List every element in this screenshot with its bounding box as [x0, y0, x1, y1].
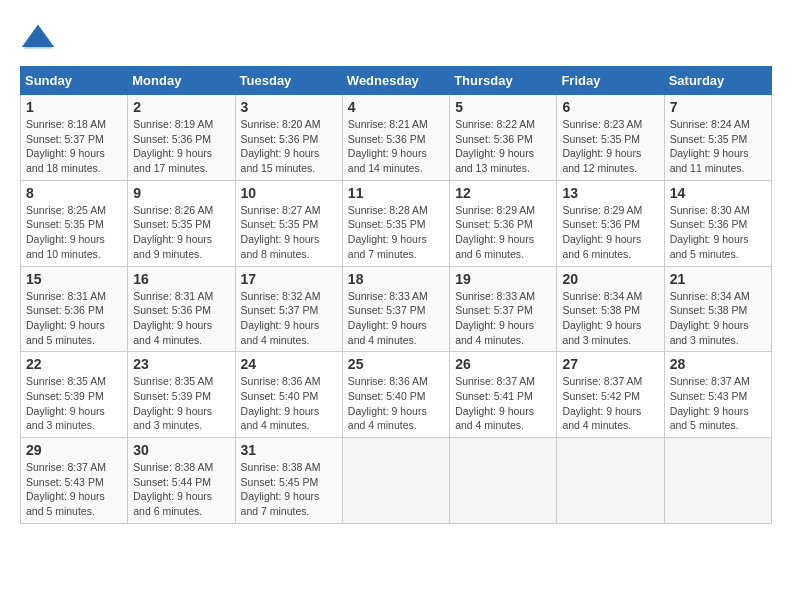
day-info: Sunrise: 8:29 AM Sunset: 5:36 PM Dayligh…	[562, 203, 658, 262]
calendar-day: 26 Sunrise: 8:37 AM Sunset: 5:41 PM Dayl…	[450, 352, 557, 438]
day-number: 3	[241, 99, 337, 115]
page-header	[20, 20, 772, 56]
day-info: Sunrise: 8:30 AM Sunset: 5:36 PM Dayligh…	[670, 203, 766, 262]
day-info: Sunrise: 8:38 AM Sunset: 5:45 PM Dayligh…	[241, 460, 337, 519]
calendar-day: 10 Sunrise: 8:27 AM Sunset: 5:35 PM Dayl…	[235, 180, 342, 266]
day-info: Sunrise: 8:37 AM Sunset: 5:43 PM Dayligh…	[26, 460, 122, 519]
calendar-day: 4 Sunrise: 8:21 AM Sunset: 5:36 PM Dayli…	[342, 95, 449, 181]
day-number: 11	[348, 185, 444, 201]
calendar-day: 3 Sunrise: 8:20 AM Sunset: 5:36 PM Dayli…	[235, 95, 342, 181]
day-info: Sunrise: 8:31 AM Sunset: 5:36 PM Dayligh…	[26, 289, 122, 348]
calendar-day: 22 Sunrise: 8:35 AM Sunset: 5:39 PM Dayl…	[21, 352, 128, 438]
day-info: Sunrise: 8:24 AM Sunset: 5:35 PM Dayligh…	[670, 117, 766, 176]
empty-day	[557, 438, 664, 524]
calendar-day: 25 Sunrise: 8:36 AM Sunset: 5:40 PM Dayl…	[342, 352, 449, 438]
calendar-week-4: 29 Sunrise: 8:37 AM Sunset: 5:43 PM Dayl…	[21, 438, 772, 524]
day-number: 26	[455, 356, 551, 372]
day-info: Sunrise: 8:33 AM Sunset: 5:37 PM Dayligh…	[455, 289, 551, 348]
calendar-week-0: 1 Sunrise: 8:18 AM Sunset: 5:37 PM Dayli…	[21, 95, 772, 181]
day-info: Sunrise: 8:27 AM Sunset: 5:35 PM Dayligh…	[241, 203, 337, 262]
day-number: 25	[348, 356, 444, 372]
column-header-wednesday: Wednesday	[342, 67, 449, 95]
day-number: 18	[348, 271, 444, 287]
day-info: Sunrise: 8:38 AM Sunset: 5:44 PM Dayligh…	[133, 460, 229, 519]
calendar-day: 28 Sunrise: 8:37 AM Sunset: 5:43 PM Dayl…	[664, 352, 771, 438]
day-info: Sunrise: 8:37 AM Sunset: 5:43 PM Dayligh…	[670, 374, 766, 433]
calendar-week-1: 8 Sunrise: 8:25 AM Sunset: 5:35 PM Dayli…	[21, 180, 772, 266]
day-number: 8	[26, 185, 122, 201]
calendar-day: 21 Sunrise: 8:34 AM Sunset: 5:38 PM Dayl…	[664, 266, 771, 352]
column-header-tuesday: Tuesday	[235, 67, 342, 95]
calendar-day: 9 Sunrise: 8:26 AM Sunset: 5:35 PM Dayli…	[128, 180, 235, 266]
day-number: 9	[133, 185, 229, 201]
day-number: 30	[133, 442, 229, 458]
day-number: 14	[670, 185, 766, 201]
day-number: 31	[241, 442, 337, 458]
calendar-day: 31 Sunrise: 8:38 AM Sunset: 5:45 PM Dayl…	[235, 438, 342, 524]
calendar-day: 14 Sunrise: 8:30 AM Sunset: 5:36 PM Dayl…	[664, 180, 771, 266]
column-header-saturday: Saturday	[664, 67, 771, 95]
day-number: 5	[455, 99, 551, 115]
calendar-day: 5 Sunrise: 8:22 AM Sunset: 5:36 PM Dayli…	[450, 95, 557, 181]
day-info: Sunrise: 8:19 AM Sunset: 5:36 PM Dayligh…	[133, 117, 229, 176]
calendar-day: 30 Sunrise: 8:38 AM Sunset: 5:44 PM Dayl…	[128, 438, 235, 524]
column-header-friday: Friday	[557, 67, 664, 95]
calendar-day: 8 Sunrise: 8:25 AM Sunset: 5:35 PM Dayli…	[21, 180, 128, 266]
day-number: 6	[562, 99, 658, 115]
day-number: 16	[133, 271, 229, 287]
empty-day	[450, 438, 557, 524]
calendar-day: 11 Sunrise: 8:28 AM Sunset: 5:35 PM Dayl…	[342, 180, 449, 266]
day-info: Sunrise: 8:35 AM Sunset: 5:39 PM Dayligh…	[133, 374, 229, 433]
header-row: SundayMondayTuesdayWednesdayThursdayFrid…	[21, 67, 772, 95]
day-info: Sunrise: 8:35 AM Sunset: 5:39 PM Dayligh…	[26, 374, 122, 433]
empty-day	[664, 438, 771, 524]
day-info: Sunrise: 8:22 AM Sunset: 5:36 PM Dayligh…	[455, 117, 551, 176]
calendar-day: 20 Sunrise: 8:34 AM Sunset: 5:38 PM Dayl…	[557, 266, 664, 352]
day-info: Sunrise: 8:23 AM Sunset: 5:35 PM Dayligh…	[562, 117, 658, 176]
day-number: 2	[133, 99, 229, 115]
calendar-week-3: 22 Sunrise: 8:35 AM Sunset: 5:39 PM Dayl…	[21, 352, 772, 438]
calendar-day: 6 Sunrise: 8:23 AM Sunset: 5:35 PM Dayli…	[557, 95, 664, 181]
day-info: Sunrise: 8:36 AM Sunset: 5:40 PM Dayligh…	[241, 374, 337, 433]
day-info: Sunrise: 8:26 AM Sunset: 5:35 PM Dayligh…	[133, 203, 229, 262]
calendar-day: 1 Sunrise: 8:18 AM Sunset: 5:37 PM Dayli…	[21, 95, 128, 181]
day-number: 28	[670, 356, 766, 372]
calendar-day: 24 Sunrise: 8:36 AM Sunset: 5:40 PM Dayl…	[235, 352, 342, 438]
calendar-day: 17 Sunrise: 8:32 AM Sunset: 5:37 PM Dayl…	[235, 266, 342, 352]
logo-icon	[20, 20, 56, 56]
day-number: 22	[26, 356, 122, 372]
day-info: Sunrise: 8:37 AM Sunset: 5:42 PM Dayligh…	[562, 374, 658, 433]
calendar-table: SundayMondayTuesdayWednesdayThursdayFrid…	[20, 66, 772, 524]
day-number: 19	[455, 271, 551, 287]
calendar-day: 18 Sunrise: 8:33 AM Sunset: 5:37 PM Dayl…	[342, 266, 449, 352]
calendar-day: 27 Sunrise: 8:37 AM Sunset: 5:42 PM Dayl…	[557, 352, 664, 438]
day-number: 29	[26, 442, 122, 458]
day-info: Sunrise: 8:25 AM Sunset: 5:35 PM Dayligh…	[26, 203, 122, 262]
day-info: Sunrise: 8:18 AM Sunset: 5:37 PM Dayligh…	[26, 117, 122, 176]
day-number: 12	[455, 185, 551, 201]
day-number: 4	[348, 99, 444, 115]
day-info: Sunrise: 8:37 AM Sunset: 5:41 PM Dayligh…	[455, 374, 551, 433]
day-number: 7	[670, 99, 766, 115]
calendar-day: 29 Sunrise: 8:37 AM Sunset: 5:43 PM Dayl…	[21, 438, 128, 524]
logo	[20, 20, 62, 56]
day-number: 21	[670, 271, 766, 287]
calendar-day: 16 Sunrise: 8:31 AM Sunset: 5:36 PM Dayl…	[128, 266, 235, 352]
column-header-thursday: Thursday	[450, 67, 557, 95]
day-number: 13	[562, 185, 658, 201]
day-number: 10	[241, 185, 337, 201]
day-number: 1	[26, 99, 122, 115]
day-info: Sunrise: 8:31 AM Sunset: 5:36 PM Dayligh…	[133, 289, 229, 348]
calendar-day: 2 Sunrise: 8:19 AM Sunset: 5:36 PM Dayli…	[128, 95, 235, 181]
day-info: Sunrise: 8:29 AM Sunset: 5:36 PM Dayligh…	[455, 203, 551, 262]
empty-day	[342, 438, 449, 524]
day-number: 20	[562, 271, 658, 287]
day-number: 23	[133, 356, 229, 372]
day-info: Sunrise: 8:20 AM Sunset: 5:36 PM Dayligh…	[241, 117, 337, 176]
calendar-day: 13 Sunrise: 8:29 AM Sunset: 5:36 PM Dayl…	[557, 180, 664, 266]
calendar-day: 7 Sunrise: 8:24 AM Sunset: 5:35 PM Dayli…	[664, 95, 771, 181]
day-info: Sunrise: 8:33 AM Sunset: 5:37 PM Dayligh…	[348, 289, 444, 348]
calendar-week-2: 15 Sunrise: 8:31 AM Sunset: 5:36 PM Dayl…	[21, 266, 772, 352]
day-info: Sunrise: 8:32 AM Sunset: 5:37 PM Dayligh…	[241, 289, 337, 348]
day-info: Sunrise: 8:34 AM Sunset: 5:38 PM Dayligh…	[562, 289, 658, 348]
